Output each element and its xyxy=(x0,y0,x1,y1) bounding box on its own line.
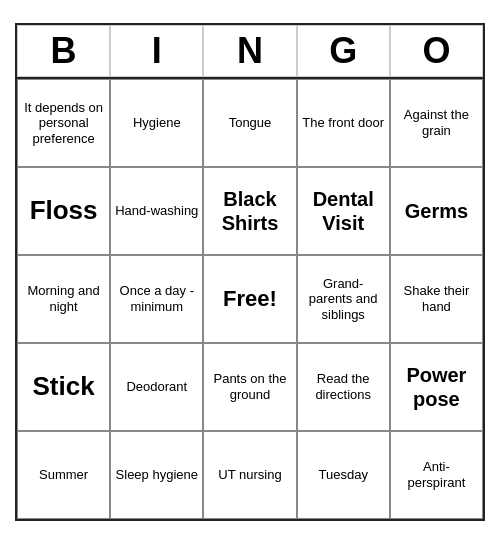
bingo-card: BINGO It depends on personal preferenceH… xyxy=(15,23,485,521)
header-letter: O xyxy=(390,25,483,77)
bingo-cell: Anti-perspirant xyxy=(390,431,483,519)
bingo-cell: Tongue xyxy=(203,79,296,167)
bingo-cell: Sleep hygiene xyxy=(110,431,203,519)
bingo-cell: Deodorant xyxy=(110,343,203,431)
bingo-cell: Power pose xyxy=(390,343,483,431)
bingo-cell: Floss xyxy=(17,167,110,255)
bingo-cell: Pants on the ground xyxy=(203,343,296,431)
bingo-cell: Read the directions xyxy=(297,343,390,431)
header-letter: B xyxy=(17,25,110,77)
bingo-cell: Stick xyxy=(17,343,110,431)
header-letter: G xyxy=(297,25,390,77)
bingo-cell: Once a day - minimum xyxy=(110,255,203,343)
bingo-cell: Tuesday xyxy=(297,431,390,519)
bingo-cell: Hand-washing xyxy=(110,167,203,255)
bingo-cell: Against the grain xyxy=(390,79,483,167)
bingo-cell: Free! xyxy=(203,255,296,343)
header-letter: N xyxy=(203,25,296,77)
bingo-cell: Black Shirts xyxy=(203,167,296,255)
bingo-cell: Summer xyxy=(17,431,110,519)
bingo-cell: The front door xyxy=(297,79,390,167)
bingo-cell: Hygiene xyxy=(110,79,203,167)
header-letter: I xyxy=(110,25,203,77)
bingo-cell: Grand-parents and siblings xyxy=(297,255,390,343)
bingo-cell: Shake their hand xyxy=(390,255,483,343)
bingo-cell: Morning and night xyxy=(17,255,110,343)
bingo-header: BINGO xyxy=(17,25,483,77)
bingo-cell: Germs xyxy=(390,167,483,255)
bingo-cell: Dental Visit xyxy=(297,167,390,255)
bingo-cell: UT nursing xyxy=(203,431,296,519)
bingo-grid: It depends on personal preferenceHygiene… xyxy=(17,77,483,519)
bingo-cell: It depends on personal preference xyxy=(17,79,110,167)
